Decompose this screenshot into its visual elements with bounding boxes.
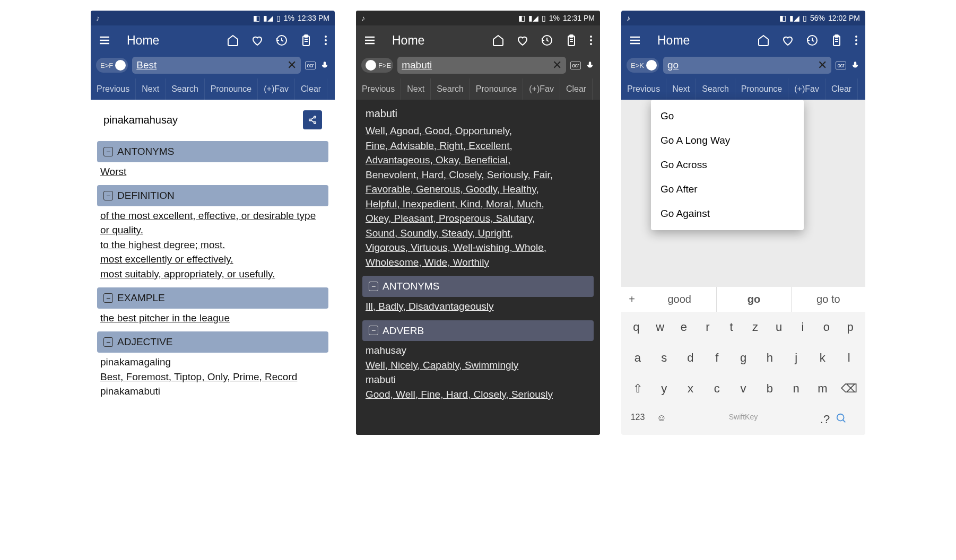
kbd-key[interactable]: q (624, 315, 648, 339)
kbd-key[interactable]: z (743, 315, 767, 339)
tab-clear[interactable]: Clear (295, 78, 327, 100)
kbd-key[interactable]: i (791, 315, 815, 339)
search-input[interactable]: mabuti✕ (397, 57, 566, 74)
tab-next[interactable]: Next (401, 78, 431, 100)
kbd-key[interactable]: h (757, 346, 783, 370)
mic-icon[interactable] (320, 59, 329, 72)
tab-next[interactable]: Next (666, 78, 696, 100)
kbd-key[interactable]: ⇧ (624, 377, 651, 401)
synonym-line[interactable]: Okey, Pleasant, Prosperous, Salutary, (366, 211, 590, 226)
body-line[interactable]: Worst (100, 164, 325, 179)
synonym-line[interactable]: Benevolent, Hard, Closely, Seriously, Fa… (366, 168, 590, 182)
tab-search[interactable]: Search (431, 78, 470, 100)
body-line[interactable]: most suitably, appropriately, or usefull… (100, 267, 325, 282)
kbd-key[interactable]: k (809, 346, 836, 370)
tab-pronounce[interactable]: Pronounce (735, 78, 788, 100)
history-icon[interactable] (275, 34, 288, 47)
kbd-suggest-center[interactable]: go (716, 287, 791, 312)
body-line[interactable]: Well, Nicely, Capably, Swimmingly (366, 358, 590, 373)
kbd-key[interactable]: n (783, 377, 810, 401)
body-line[interactable]: Good, Well, Fine, Hard, Closely, Serious… (366, 387, 590, 402)
kbd-key[interactable]: t (719, 315, 743, 339)
history-icon[interactable] (806, 34, 819, 47)
menu-icon[interactable] (98, 34, 111, 47)
history-icon[interactable] (541, 34, 553, 47)
section-header[interactable]: −ANTONYMS (362, 276, 594, 297)
kbd-key[interactable]: v (730, 377, 757, 401)
heart-icon[interactable] (516, 34, 529, 47)
kbd-key[interactable]: a (624, 346, 651, 370)
tab-pronounce[interactable]: Pronounce (205, 78, 258, 100)
synonym-line[interactable]: Helpful, Inexpedient, Kind, Moral, Much, (366, 197, 590, 212)
ocr-icon[interactable]: ocr (305, 62, 316, 69)
clear-icon[interactable]: ✕ (818, 58, 827, 72)
kbd-plus-icon[interactable]: + (621, 287, 642, 312)
body-line[interactable]: the best pitcher in the league (100, 311, 325, 326)
kbd-key[interactable]: u (767, 315, 791, 339)
tab-search[interactable]: Search (166, 78, 205, 100)
body-line[interactable]: Ill, Badly, Disadvantageously (366, 299, 590, 314)
kbd-search-key[interactable] (836, 407, 862, 432)
heart-icon[interactable] (251, 34, 264, 47)
body-line[interactable]: of the most excellent, effective, or des… (100, 208, 325, 238)
kbd-123-key[interactable]: 123 (624, 407, 651, 432)
kbd-key[interactable]: d (677, 346, 704, 370)
clipboard-icon[interactable] (830, 34, 843, 47)
kbd-key[interactable]: f (703, 346, 730, 370)
tab-previous[interactable]: Previous (91, 78, 136, 100)
clipboard-icon[interactable] (565, 34, 578, 47)
tab-fav[interactable]: (+)Fav (523, 78, 560, 100)
synonym-line[interactable]: Favorable, Generous, Goodly, Healthy, (366, 182, 590, 197)
kbd-space-key[interactable]: SwiftKey (672, 407, 814, 432)
tab-clear[interactable]: Clear (560, 78, 593, 100)
kbd-emoji-key[interactable]: ☺ (651, 407, 672, 432)
tab-previous[interactable]: Previous (356, 78, 401, 100)
suggestion-item[interactable]: Go Across (651, 153, 804, 177)
synonym-line[interactable]: Fine, Advisable, Right, Excellent, (366, 138, 590, 153)
tab-pronounce[interactable]: Pronounce (470, 78, 523, 100)
clear-icon[interactable]: ✕ (287, 58, 297, 72)
body-line[interactable]: Best, Foremost, Tiptop, Only, Prime, Rec… (100, 370, 325, 384)
synonym-line[interactable]: Wholesome, Wide, Worthily (366, 255, 590, 270)
language-toggle[interactable]: F>E (361, 58, 393, 73)
suggestion-item[interactable]: Go After (651, 177, 804, 202)
kbd-key[interactable]: b (757, 377, 783, 401)
suggestion-item[interactable]: Go (651, 104, 804, 128)
kbd-suggest-left[interactable]: good (642, 287, 716, 312)
language-toggle[interactable]: E>K (627, 58, 659, 73)
kbd-key[interactable]: e (672, 315, 696, 339)
tab-previous[interactable]: Previous (621, 78, 666, 100)
kbd-key[interactable]: x (677, 377, 704, 401)
tab-fav[interactable]: (+)Fav (788, 78, 825, 100)
section-header[interactable]: −ANTONYMS (97, 141, 328, 162)
kbd-key[interactable]: r (696, 315, 719, 339)
search-input[interactable]: go✕ (663, 57, 831, 74)
suggestion-item[interactable]: Go Against (651, 202, 804, 226)
synonym-line[interactable]: Vigorous, Virtuous, Well-wishing, Whole, (366, 240, 590, 255)
synonym-line[interactable]: Advantageous, Okay, Beneficial, (366, 153, 590, 168)
section-header[interactable]: −ADJECTIVE (97, 331, 328, 353)
heart-icon[interactable] (781, 34, 794, 47)
kbd-key[interactable]: j (783, 346, 810, 370)
overflow-icon[interactable] (324, 34, 327, 47)
language-toggle[interactable]: E>F (96, 58, 128, 73)
section-header[interactable]: −DEFINITION (97, 185, 328, 206)
ocr-icon[interactable]: ocr (836, 62, 846, 69)
suggestion-item[interactable]: Go A Long Way (651, 128, 804, 153)
overflow-icon[interactable] (855, 34, 858, 47)
kbd-key[interactable]: y (651, 377, 677, 401)
menu-icon[interactable] (629, 34, 641, 47)
home-icon[interactable] (492, 34, 505, 47)
kbd-period-key[interactable]: .? (814, 407, 836, 432)
clipboard-icon[interactable] (300, 34, 312, 47)
section-header[interactable]: −ADVERB (362, 320, 594, 342)
kbd-key[interactable]: ⌫ (836, 377, 862, 401)
mic-icon[interactable] (850, 59, 860, 72)
clear-icon[interactable]: ✕ (552, 58, 562, 72)
share-button[interactable] (303, 110, 322, 129)
kbd-key[interactable]: o (814, 315, 838, 339)
kbd-suggest-right[interactable]: go to (792, 287, 865, 312)
home-icon[interactable] (757, 34, 770, 47)
synonym-line[interactable]: Sound, Soundly, Steady, Upright, (366, 226, 590, 241)
kbd-key[interactable]: c (703, 377, 730, 401)
